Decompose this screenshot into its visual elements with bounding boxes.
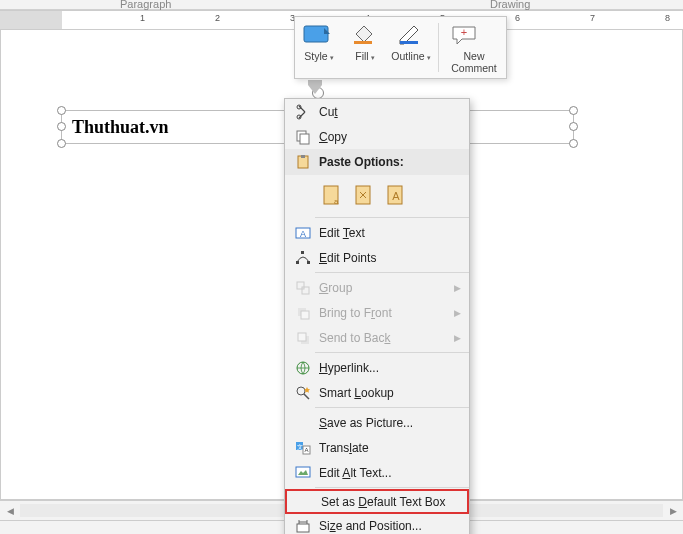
resize-handle-nw[interactable] (57, 106, 66, 115)
fill-button[interactable]: Fill▾ (345, 21, 385, 74)
resize-handle-ne[interactable] (569, 106, 578, 115)
svg-rect-27 (298, 333, 306, 341)
paste-merge[interactable] (351, 181, 377, 209)
paste-keep-source[interactable]: a (319, 181, 345, 209)
chevron-right-icon: ▶ (454, 283, 461, 293)
menu-set-default-text-box[interactable]: Set as Default Text Box (285, 489, 469, 514)
menu-copy[interactable]: Copy (285, 124, 469, 149)
chevron-right-icon: ▶ (454, 308, 461, 318)
svg-rect-35 (297, 524, 309, 532)
resize-handle-sw[interactable] (57, 139, 66, 148)
svg-text:A: A (300, 229, 306, 239)
menu-hyperlink[interactable]: Hyperlink... (285, 355, 469, 380)
bring-front-icon (291, 301, 315, 325)
scroll-right-button[interactable]: ▶ (663, 501, 683, 520)
context-menu: Cut Copy Paste Options: a A A Edit Text … (284, 98, 470, 534)
svg-text:+: + (461, 26, 467, 38)
svg-text:A: A (304, 447, 308, 453)
svg-rect-23 (302, 287, 309, 294)
smart-lookup-icon (291, 381, 315, 405)
svg-rect-1 (308, 80, 322, 85)
group-icon (291, 276, 315, 300)
menu-edit-text[interactable]: A Edit Text (285, 220, 469, 245)
outline-button[interactable]: Outline▾ (391, 21, 431, 74)
ribbon-group-paragraph: Paragraph (120, 0, 171, 10)
resize-handle-se[interactable] (569, 139, 578, 148)
menu-group: Group ▶ (285, 275, 469, 300)
svg-rect-25 (301, 311, 309, 319)
scroll-left-button[interactable]: ◀ (0, 501, 20, 520)
svg-text:A: A (392, 190, 400, 202)
shape-style-icon (299, 21, 335, 49)
svg-text:文: 文 (297, 442, 303, 449)
new-comment-button[interactable]: + New Comment (446, 21, 502, 74)
menu-paste-options-header: Paste Options: (285, 149, 469, 175)
menu-bring-to-front: Bring to Front ▶ (285, 300, 469, 325)
translate-icon: 文A (291, 436, 315, 460)
paste-options-row: a A (285, 175, 469, 215)
comment-icon: + (446, 21, 482, 49)
svg-rect-21 (307, 261, 310, 264)
paint-bucket-icon (345, 21, 381, 49)
menu-translate[interactable]: 文A Translate (285, 435, 469, 460)
menu-edit-alt-text[interactable]: Edit Alt Text... (285, 460, 469, 485)
edit-text-icon: A (291, 221, 315, 245)
menu-size-and-position[interactable]: Size and Position... (285, 513, 469, 534)
ribbon-group-drawing: Drawing (490, 0, 530, 10)
layout-anchor-icon (308, 80, 322, 94)
svg-rect-4 (400, 41, 418, 44)
menu-edit-points[interactable]: Edit Points (285, 245, 469, 270)
svg-text:a: a (334, 197, 339, 206)
size-position-icon (291, 514, 315, 535)
alt-text-icon (291, 461, 315, 485)
svg-rect-34 (296, 467, 310, 477)
chevron-right-icon: ▶ (454, 333, 461, 343)
svg-point-29 (297, 387, 305, 395)
send-back-icon (291, 326, 315, 350)
svg-rect-9 (300, 134, 309, 144)
menu-send-to-back: Send to Back ▶ (285, 325, 469, 350)
svg-rect-22 (297, 282, 304, 289)
menu-smart-lookup[interactable]: Smart Lookup (285, 380, 469, 405)
style-button[interactable]: Style▾ (299, 21, 339, 74)
scissors-icon (291, 100, 315, 124)
svg-rect-11 (301, 155, 305, 158)
link-icon (291, 356, 315, 380)
svg-rect-19 (296, 261, 299, 264)
svg-rect-3 (354, 41, 372, 44)
resize-handle-w[interactable] (57, 122, 66, 131)
resize-handle-e[interactable] (569, 122, 578, 131)
edit-points-icon (291, 246, 315, 270)
copy-icon (291, 125, 315, 149)
svg-rect-20 (301, 251, 304, 254)
paste-text-only[interactable]: A (383, 181, 409, 209)
pencil-outline-icon (391, 21, 427, 49)
clipboard-icon (291, 150, 315, 174)
menu-save-as-picture[interactable]: Save as Picture... (285, 410, 469, 435)
menu-cut[interactable]: Cut (285, 99, 469, 124)
mini-toolbar: Style▾ Fill▾ Outline▾ + New Comment (294, 16, 507, 79)
svg-marker-0 (308, 85, 322, 94)
